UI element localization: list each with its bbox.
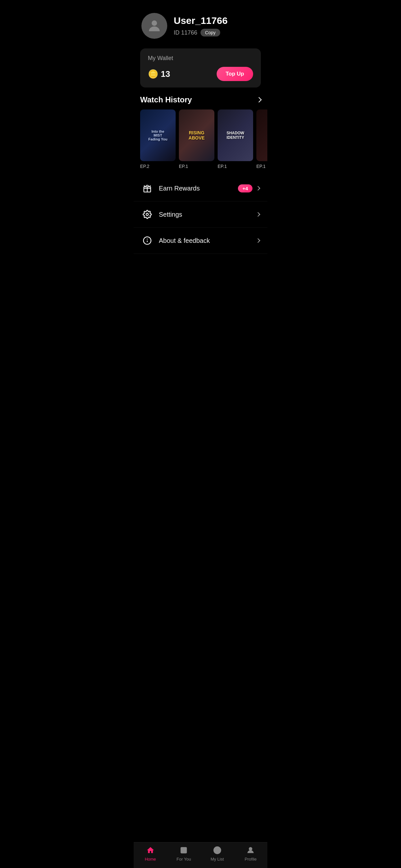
- menu-item-settings[interactable]: Settings: [134, 202, 267, 228]
- settings-chevron-icon: [256, 212, 260, 217]
- coin-icon: 🪙: [148, 69, 158, 79]
- thumb-text-2: RISINGABOVE: [179, 110, 214, 161]
- thumb-text-1: Into theMISTFading You: [140, 110, 176, 161]
- svg-point-0: [152, 20, 157, 26]
- nav-item-profile[interactable]: Profile: [234, 846, 268, 862]
- earn-rewards-label: Earn Rewards: [159, 185, 238, 192]
- info-icon: [143, 236, 152, 245]
- reward-badge: +4: [238, 184, 252, 192]
- settings-label: Settings: [159, 211, 256, 218]
- wallet-row: 🪙 13 Top Up: [148, 67, 253, 81]
- for-you-label: For You: [177, 857, 191, 862]
- history-thumb-4: W: [256, 110, 267, 161]
- profile-nav-icon-wrap: [246, 846, 255, 855]
- ep-label-2: EP.1: [179, 164, 214, 169]
- watch-history-section: Watch History Into theMISTFading You EP.…: [134, 95, 267, 169]
- watch-history-scroll[interactable]: Into theMISTFading You EP.2 RISINGABOVE …: [134, 110, 267, 169]
- info-icon-wrap: [142, 235, 153, 246]
- profile-label: Profile: [245, 857, 257, 862]
- menu-section: Earn Rewards +4 Settings: [134, 175, 267, 254]
- wallet-title: My Wallet: [148, 55, 253, 62]
- bottom-nav: Home For You My List Profile: [134, 842, 267, 868]
- coin-amount: 13: [161, 69, 170, 79]
- nav-item-for-you[interactable]: For You: [167, 846, 201, 862]
- settings-icon-wrap: [142, 209, 153, 220]
- ep-label-4: EP.1: [256, 164, 267, 169]
- avatar-icon: [146, 18, 162, 34]
- ep-label-3: EP.1: [218, 164, 253, 169]
- ep-label-1: EP.2: [140, 164, 176, 169]
- about-feedback-chevron-icon: [256, 238, 260, 243]
- history-item-4[interactable]: W EP.1: [256, 110, 267, 169]
- profile-header: User_11766 ID 11766 Copy: [134, 0, 267, 45]
- history-thumb-3: SHADOWIDENTITY: [218, 110, 253, 161]
- avatar: [142, 13, 167, 39]
- home-label: Home: [145, 857, 156, 862]
- svg-point-9: [249, 847, 252, 850]
- gift-icon: [143, 184, 152, 193]
- gift-icon-wrap: [142, 182, 153, 194]
- user-id-text: ID 11766: [174, 29, 197, 36]
- topup-button[interactable]: Top Up: [217, 67, 253, 81]
- profile-info: User_11766 ID 11766 Copy: [174, 15, 227, 36]
- nav-item-my-list[interactable]: My List: [201, 846, 234, 862]
- page-container: User_11766 ID 11766 Copy My Wallet 🪙 13 …: [134, 0, 267, 283]
- svg-point-2: [146, 213, 149, 216]
- history-item-1[interactable]: Into theMISTFading You EP.2: [140, 110, 176, 169]
- wallet-card: My Wallet 🪙 13 Top Up: [140, 49, 261, 88]
- my-list-icon-wrap: [213, 846, 222, 855]
- home-icon-wrap: [146, 846, 155, 855]
- home-icon: [146, 846, 155, 855]
- history-thumb-1: Into theMISTFading You: [140, 110, 176, 161]
- svg-point-7: [182, 849, 185, 852]
- username: User_11766: [174, 15, 227, 26]
- history-item-2[interactable]: RISINGABOVE EP.1: [179, 110, 214, 169]
- user-id-row: ID 11766 Copy: [174, 29, 227, 36]
- copy-button[interactable]: Copy: [201, 29, 220, 36]
- menu-item-earn-rewards[interactable]: Earn Rewards +4: [134, 175, 267, 202]
- thumb-text-3: SHADOWIDENTITY: [218, 110, 253, 161]
- thumb-text-4: W: [256, 110, 267, 161]
- watch-history-title: Watch History: [140, 95, 192, 104]
- nav-item-home[interactable]: Home: [134, 846, 167, 862]
- watch-history-header: Watch History: [134, 95, 267, 110]
- gear-icon: [143, 210, 152, 219]
- history-item-3[interactable]: SHADOWIDENTITY EP.1: [218, 110, 253, 169]
- menu-item-about-feedback[interactable]: About & feedback: [134, 228, 267, 254]
- history-thumb-2: RISINGABOVE: [179, 110, 214, 161]
- my-list-icon: [213, 846, 221, 855]
- earn-rewards-chevron-icon: [256, 186, 260, 190]
- wallet-coins: 🪙 13: [148, 69, 170, 79]
- watch-history-chevron-icon[interactable]: [256, 97, 262, 103]
- profile-nav-icon: [246, 846, 255, 855]
- about-feedback-label: About & feedback: [159, 237, 256, 244]
- for-you-icon-wrap: [179, 846, 188, 855]
- for-you-icon: [180, 846, 188, 855]
- my-list-label: My List: [211, 857, 224, 862]
